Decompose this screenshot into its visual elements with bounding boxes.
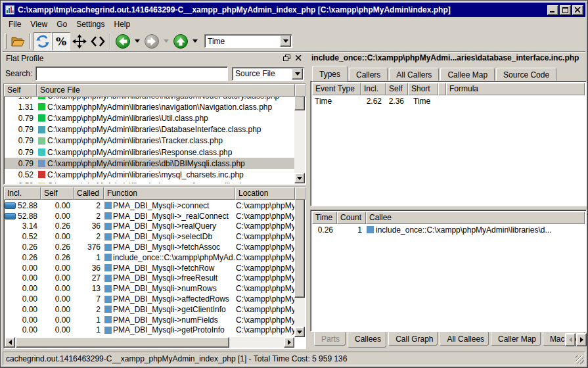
forward-button[interactable] — [143, 32, 161, 51]
function-row[interactable]: 52.880.002PMA_DBI_Mysqli->connectC:\xamp… — [5, 200, 294, 211]
function-row[interactable]: 0.000.0027PMA_DBI_Mysqli->freeResultC:\x… — [5, 273, 294, 284]
source-file-row[interactable]: 0.79C:\xampp\phpMyAdmin\libraries\Tracke… — [5, 135, 294, 147]
function-row[interactable]: 0.000.001PMA_DBI_Mysqli->getProtoInfoC:\… — [5, 325, 294, 336]
horizontal-scrollbar[interactable] — [5, 337, 294, 348]
function-row[interactable]: 0.000.007PMA_DBI_Mysqli->affectedRowsC:\… — [5, 294, 294, 304]
incl-cell: 0.00 — [5, 273, 41, 283]
scroll-down-button[interactable] — [294, 173, 305, 183]
event-type-combo[interactable]: Time — [204, 34, 292, 48]
tab-types[interactable]: Types — [312, 66, 348, 81]
source-file-row[interactable]: 0.79C:\xampp\phpMyAdmin\libraries\Respon… — [5, 147, 294, 158]
forward-icon — [144, 34, 160, 49]
minimize-button[interactable] — [547, 5, 558, 15]
menu-item-help[interactable]: Help — [110, 18, 135, 30]
menu-item-settings[interactable]: Settings — [72, 18, 109, 30]
column-header-location[interactable]: Location — [235, 187, 295, 200]
up-history-dropdown[interactable] — [192, 39, 198, 43]
menu-item-file[interactable]: File — [4, 18, 26, 30]
dock-close-button[interactable] — [294, 54, 304, 63]
expand-collapse-button[interactable] — [89, 32, 107, 51]
close-button[interactable] — [572, 5, 583, 15]
column-header-self[interactable]: Self — [41, 187, 74, 200]
column-header-event-type[interactable]: Event Type — [312, 83, 361, 95]
menu-item-view[interactable]: View — [26, 18, 52, 30]
column-header-count[interactable]: Count — [337, 212, 366, 224]
relative-percent-button[interactable]: % — [52, 32, 70, 51]
column-header-self[interactable]: Self — [386, 83, 408, 95]
tab-callees[interactable]: Callees — [348, 332, 386, 348]
maximize-button[interactable] — [560, 5, 571, 15]
function-row[interactable]: 52.880.002PMA_DBI_Mysqli->_realConnectC:… — [5, 211, 294, 221]
column-header-function[interactable]: Function — [104, 187, 235, 200]
menu-item-go[interactable]: Go — [52, 18, 72, 30]
tab-all-callers[interactable]: All Callers — [389, 68, 439, 81]
column-header-incl[interactable]: Incl. — [4, 187, 41, 200]
function-row[interactable]: 0.000.002PMA_DBI_Mysqli->getClientInfoC:… — [5, 304, 294, 315]
search-input[interactable] — [35, 66, 228, 81]
back-history-dropdown[interactable] — [135, 39, 140, 43]
vertical-scrollbar[interactable] — [294, 188, 305, 337]
function-row[interactable]: 0.000.0013PMA_DBI_Mysqli->numRowsC:\xamp… — [5, 283, 294, 294]
combo-dropdown-button[interactable] — [292, 68, 303, 80]
tab-source-code[interactable]: Source Code — [496, 68, 556, 81]
tab-all-callees[interactable]: All Callees — [440, 332, 489, 346]
tab-call-graph[interactable]: Call Graph — [388, 332, 438, 346]
search-label: Search: — [5, 69, 32, 78]
back-button[interactable] — [114, 32, 132, 51]
dock-float-button[interactable] — [282, 54, 292, 63]
forward-history-dropdown[interactable] — [164, 39, 169, 43]
tab-caller-map[interactable]: Caller Map — [491, 332, 541, 346]
tab-scroll-left-button[interactable] — [565, 333, 576, 346]
toolbar-handle[interactable] — [5, 34, 7, 49]
source-file-row[interactable]: 1.31C:\xampp\phpMyAdmin\libraries\naviga… — [5, 101, 294, 112]
scrollbar-thumb[interactable] — [294, 96, 305, 110]
title-bar[interactable]: C:\xampp\tmp\cachegrind.out.1416463299-C… — [3, 3, 585, 17]
vertical-scrollbar[interactable] — [294, 85, 305, 183]
column-header-source-file[interactable]: Source File — [37, 84, 295, 97]
resize-grip[interactable] — [576, 356, 584, 364]
scroll-left-button[interactable] — [5, 337, 15, 348]
source-file-row[interactable]: 0.79C:\xampp\phpMyAdmin\libraries\dbi\DB… — [5, 158, 294, 169]
tab-callers[interactable]: Callers — [349, 68, 388, 81]
scrollbar-thumb[interactable] — [294, 199, 305, 298]
function-row[interactable]: 0.520.002PMA_DBI_Mysqli->selectDbC:\xamp… — [5, 231, 294, 242]
tab-scroll-right-button[interactable] — [576, 333, 587, 346]
function-row[interactable]: 0.000.001PMA_DBI_Mysqli->numFieldsC:\xam… — [5, 315, 294, 325]
column-header-self[interactable]: Self — [4, 84, 37, 97]
column-header-short[interactable]: Short — [408, 83, 438, 95]
tab-callee-map[interactable]: Callee Map — [440, 68, 495, 81]
callee-row[interactable]: 0.261include_once::C:\xampp\phpMyAdmin\l… — [312, 224, 585, 235]
open-file-button[interactable] — [9, 32, 27, 51]
group-by-combo[interactable]: Source File — [232, 67, 304, 81]
column-header-time[interactable]: Time — [312, 212, 337, 224]
source-file-row[interactable]: 0.52C:\xampp\phpMyAdmin\libraries\mysql_… — [5, 169, 294, 180]
source-file-row[interactable]: 0.52C:\xampp\phpMyAdmin\libraries\user_p… — [5, 181, 294, 184]
column-header-callee[interactable]: Callee — [366, 212, 585, 224]
column-header-called[interactable]: Called — [74, 187, 104, 200]
scrollbar-thumb[interactable] — [16, 337, 229, 348]
function-color-icon — [104, 306, 112, 313]
incl-cell: 3.14 — [5, 221, 41, 231]
self-cost-value: 0.00 — [41, 305, 74, 314]
scroll-right-button[interactable] — [284, 337, 294, 348]
column-header-formula[interactable]: Formula — [446, 83, 585, 95]
up-button[interactable] — [171, 32, 190, 51]
self-cost-value: 0.00 — [41, 315, 74, 325]
dock-move-button[interactable] — [70, 32, 89, 51]
column-header-blank[interactable] — [438, 83, 446, 95]
callee-cell: include_once::C:\xampp\phpMyAdmin\librar… — [366, 225, 585, 235]
function-row[interactable]: 0.260.26376PMA_DBI_Mysqli->fetchAssocC:\… — [5, 242, 294, 252]
source-file-row[interactable]: 0.79C:\xampp\phpMyAdmin\libraries\Databa… — [5, 124, 294, 135]
scroll-down-button[interactable] — [294, 327, 305, 337]
column-header-incl[interactable]: Incl. — [361, 83, 386, 95]
function-row[interactable]: 0.000.0036PMA_DBI_Mysqli->fetchRowC:\xam… — [5, 263, 294, 273]
self-cost-value: 2.36 — [386, 97, 408, 106]
function-row[interactable]: 3.140.2636PMA_DBI_Mysqli->realQueryC:\xa… — [5, 221, 294, 232]
cycle-groups-button[interactable] — [34, 32, 52, 51]
source-file-row[interactable]: 0.79C:\xampp\phpMyAdmin\libraries\Util.c… — [5, 112, 294, 124]
event-type-row[interactable]: Time2.622.36Time — [312, 95, 585, 106]
combo-dropdown-button[interactable] — [280, 35, 291, 47]
function-row[interactable]: 0.260.261include_once::C:\xampp\phpMyAd.… — [5, 252, 294, 263]
function-color-icon — [104, 285, 112, 292]
types-view: Event TypeIncl.SelfShortFormula Time2.62… — [310, 81, 587, 206]
